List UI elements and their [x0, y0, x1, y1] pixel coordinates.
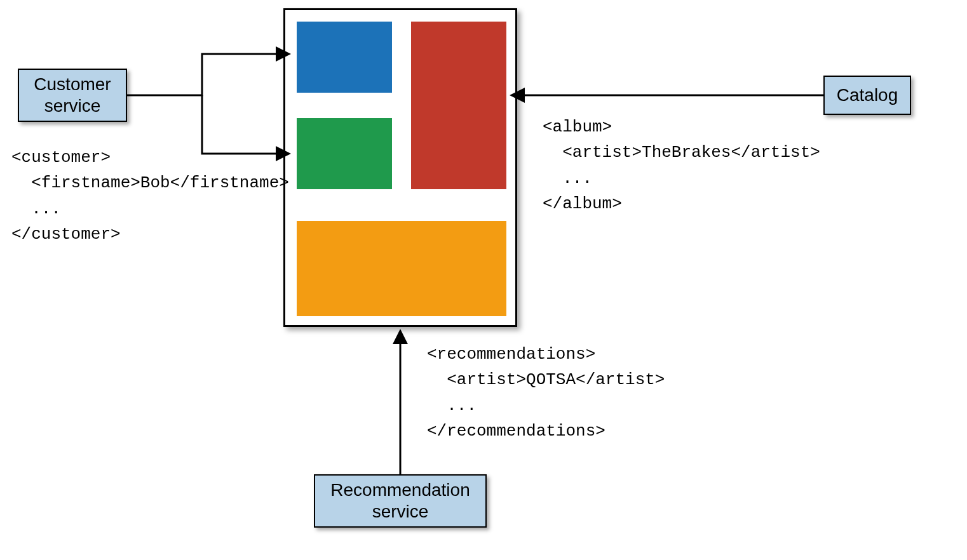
ui-block-orange [297, 221, 506, 316]
ui-composite-container [283, 8, 517, 327]
customer-service-label: Customer service [28, 74, 117, 116]
connector-customer-to-blue [127, 54, 288, 95]
ui-block-green [297, 118, 392, 189]
recommendation-service-box: Recommendation service [314, 474, 487, 528]
ui-block-blue [297, 22, 392, 93]
customer-service-box: Customer service [18, 69, 127, 122]
catalog-box: Catalog [823, 76, 911, 115]
customer-xml-snippet: <customer> <firstname>Bob</firstname> ..… [11, 145, 289, 247]
album-xml-snippet: <album> <artist>TheBrakes</artist> ... <… [543, 114, 820, 217]
recommendation-service-label: Recommendation service [324, 479, 477, 522]
ui-block-red [411, 22, 506, 189]
recommendations-xml-snippet: <recommendations> <artist>QOTSA</artist>… [427, 342, 665, 444]
catalog-label: Catalog [837, 84, 898, 106]
